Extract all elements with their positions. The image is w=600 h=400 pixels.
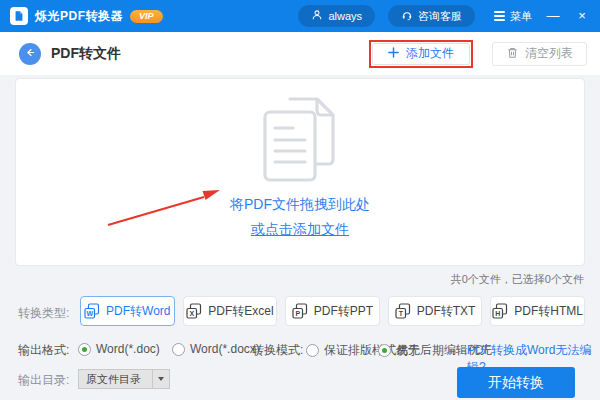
user-name-label: always (328, 10, 362, 22)
pdf-converter-window: 烁光PDF转换器 VIP always 咨询客服 菜单 — × (0, 0, 600, 400)
page-title: PDF转文件 (51, 45, 121, 63)
svg-text:X: X (190, 310, 195, 317)
back-button[interactable] (19, 43, 41, 65)
minimize-button[interactable]: — (545, 0, 561, 32)
pdf-to-word-icon: W (84, 303, 100, 319)
conversion-type-row: 转换类型: W PDF转Word X PDF转Excel P PDF转PPT T… (0, 296, 600, 326)
radio-label: Word(*.docx) (190, 342, 260, 356)
svg-text:W: W (87, 310, 94, 317)
tab-label: PDF转Excel (208, 303, 273, 320)
app-logo-icon (10, 7, 28, 25)
pdf-to-html-icon: H (492, 303, 508, 319)
radio-icon (78, 343, 91, 356)
headset-icon (401, 9, 413, 23)
conversion-type-label: 转换类型: (18, 305, 69, 322)
chevron-down-icon (152, 370, 169, 388)
tab-pdf-to-txt[interactable]: T PDF转TXT (388, 296, 483, 326)
dropzone-hint-text: 将PDF文件拖拽到此处 (230, 196, 370, 214)
documents-icon (257, 96, 343, 188)
tab-pdf-to-html[interactable]: H PDF转HTML (490, 296, 585, 326)
tab-label: PDF转TXT (417, 303, 476, 320)
svg-text:H: H (496, 310, 501, 317)
conversion-type-buttons: W PDF转Word X PDF转Excel P PDF转PPT T PDF转T… (80, 296, 585, 326)
pdf-to-txt-icon: T (395, 303, 411, 319)
start-conversion-button[interactable]: 开始转换 (457, 367, 575, 398)
app-title: 烁光PDF转换器 (35, 8, 123, 25)
radio-label: Word(*.doc) (96, 342, 160, 356)
titlebar: 烁光PDF转换器 VIP always 咨询客服 菜单 — × (0, 0, 600, 32)
clear-list-label: 清空列表 (525, 45, 573, 62)
svg-text:P: P (295, 310, 300, 317)
hamburger-icon (494, 11, 505, 21)
tab-label: PDF转HTML (514, 303, 583, 320)
clear-list-button[interactable]: 清空列表 (492, 42, 587, 66)
output-dir-label: 输出目录: (18, 372, 69, 389)
tab-pdf-to-excel[interactable]: X PDF转Excel (183, 296, 278, 326)
customer-service-label: 咨询客服 (418, 9, 462, 24)
user-account-button[interactable]: always (298, 5, 375, 27)
page-header: PDF转文件 添加文件 清空列表 (0, 32, 600, 75)
vip-badge: VIP (130, 10, 163, 23)
radio-word-docx[interactable]: Word(*.docx) (172, 342, 260, 356)
file-count-status: 共0个文件，已选择0个文件 (451, 272, 584, 287)
close-button[interactable]: × (574, 0, 590, 32)
back-arrow-icon (24, 46, 37, 62)
plus-icon (388, 47, 399, 61)
tab-pdf-to-word[interactable]: W PDF转Word (80, 296, 175, 326)
radio-icon (306, 344, 319, 357)
user-icon (311, 9, 323, 23)
tab-label: PDF转Word (106, 303, 170, 320)
conversion-mode-label: 转换模式: (252, 342, 303, 359)
titlebar-actions: always 咨询客服 菜单 — × (298, 0, 590, 32)
tab-label: PDF转PPT (314, 303, 373, 320)
pdf-to-ppt-icon: P (292, 303, 308, 319)
trash-icon (506, 46, 519, 62)
radio-icon (172, 343, 185, 356)
tab-pdf-to-ppt[interactable]: P PDF转PPT (285, 296, 380, 326)
radio-icon (378, 344, 391, 357)
customer-service-button[interactable]: 咨询客服 (388, 5, 475, 27)
radio-word-doc[interactable]: Word(*.doc) (78, 342, 160, 356)
output-dir-value: 原文件目录 (79, 372, 152, 387)
output-dir-select[interactable]: 原文件目录 (78, 369, 170, 389)
dropzone-click-add-link[interactable]: 或点击添加文件 (251, 221, 349, 239)
menu-button[interactable]: 菜单 (494, 9, 532, 24)
add-file-label: 添加文件 (406, 45, 454, 62)
format-mode-row: 输出格式: Word(*.doc) Word(*.docx) 转换模式: 保证排… (0, 342, 600, 358)
output-format-label: 输出格式: (18, 342, 69, 359)
pdf-to-excel-icon: X (186, 303, 202, 319)
menu-label: 菜单 (510, 9, 532, 24)
file-drop-zone[interactable]: 将PDF文件拖拽到此处 或点击添加文件 (15, 78, 585, 266)
annotation-highlight-box: 添加文件 (369, 40, 473, 68)
add-file-button[interactable]: 添加文件 (372, 43, 470, 65)
svg-text:T: T (398, 310, 403, 317)
